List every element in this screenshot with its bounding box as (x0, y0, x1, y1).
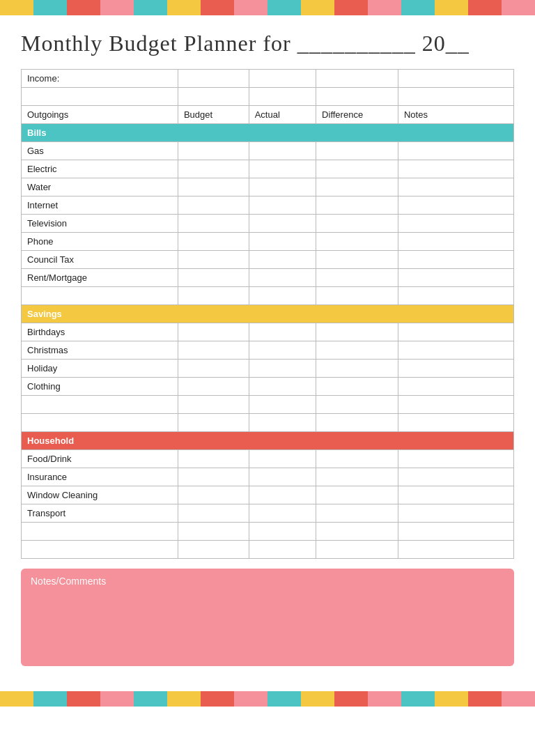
item-budget[interactable] (178, 486, 249, 504)
item-budget[interactable] (178, 323, 249, 341)
income-difference[interactable] (316, 70, 398, 88)
item-actual[interactable] (249, 468, 316, 486)
item-actual[interactable] (249, 341, 316, 360)
item-difference[interactable] (316, 233, 398, 251)
income-row: Income: (22, 70, 514, 88)
income-notes[interactable] (398, 70, 513, 88)
item-budget[interactable] (178, 468, 249, 486)
item-notes[interactable] (398, 160, 513, 178)
item-notes[interactable] (398, 233, 513, 251)
item-actual[interactable] (249, 504, 316, 523)
item-notes[interactable] (398, 178, 513, 196)
item-actual[interactable] (249, 360, 316, 378)
item-actual[interactable] (249, 142, 316, 160)
bottom-deco-bar (0, 691, 535, 707)
table-row: Clothing (22, 378, 514, 396)
deco-seg (201, 691, 234, 707)
item-label: Gas (22, 142, 178, 160)
deco-seg (301, 0, 334, 15)
item-actual[interactable] (249, 196, 316, 215)
item-difference[interactable] (316, 341, 398, 360)
deco-seg (234, 691, 268, 707)
item-notes[interactable] (398, 196, 513, 215)
income-budget[interactable] (178, 70, 249, 88)
item-actual[interactable] (249, 178, 316, 196)
household-label: Household (22, 432, 514, 450)
item-difference[interactable] (316, 450, 398, 468)
item-notes[interactable] (398, 142, 513, 160)
item-actual[interactable] (249, 251, 316, 269)
table-row: Window Cleaning (22, 486, 514, 504)
deco-seg (401, 0, 435, 15)
item-difference[interactable] (316, 178, 398, 196)
item-notes[interactable] (398, 215, 513, 233)
deco-seg (401, 691, 435, 707)
item-actual[interactable] (249, 269, 316, 287)
bills-label: Bills (22, 124, 514, 142)
item-budget[interactable] (178, 269, 249, 287)
page-title: Monthly Budget Planner for __________ 20… (21, 31, 514, 56)
item-notes[interactable] (398, 323, 513, 341)
deco-seg (268, 0, 301, 15)
item-difference[interactable] (316, 486, 398, 504)
item-budget[interactable] (178, 160, 249, 178)
item-difference[interactable] (316, 251, 398, 269)
item-budget[interactable] (178, 196, 249, 215)
item-difference[interactable] (316, 468, 398, 486)
item-budget[interactable] (178, 233, 249, 251)
table-row: Gas (22, 142, 514, 160)
item-notes[interactable] (398, 360, 513, 378)
top-deco-bar (0, 0, 535, 15)
notes-comments-box[interactable]: Notes/Comments (21, 569, 514, 666)
item-budget[interactable] (178, 378, 249, 396)
item-notes[interactable] (398, 269, 513, 287)
item-difference[interactable] (316, 196, 398, 215)
income-label: Income: (22, 70, 178, 88)
item-notes[interactable] (398, 468, 513, 486)
item-actual[interactable] (249, 323, 316, 341)
table-row: Electric (22, 160, 514, 178)
item-difference[interactable] (316, 504, 398, 523)
item-budget[interactable] (178, 215, 249, 233)
item-difference[interactable] (316, 269, 398, 287)
item-notes[interactable] (398, 251, 513, 269)
item-actual[interactable] (249, 233, 316, 251)
item-difference[interactable] (316, 215, 398, 233)
item-notes[interactable] (398, 504, 513, 523)
item-actual[interactable] (249, 215, 316, 233)
deco-seg (0, 691, 33, 707)
item-actual[interactable] (249, 486, 316, 504)
deco-seg (134, 691, 167, 707)
item-notes[interactable] (398, 450, 513, 468)
item-actual[interactable] (249, 378, 316, 396)
deco-seg (67, 691, 100, 707)
item-notes[interactable] (398, 341, 513, 360)
item-notes[interactable] (398, 378, 513, 396)
notes-comments-label: Notes/Comments (31, 576, 106, 587)
item-actual[interactable] (249, 450, 316, 468)
item-budget[interactable] (178, 360, 249, 378)
item-difference[interactable] (316, 360, 398, 378)
deco-seg (334, 691, 368, 707)
table-row: Transport (22, 504, 514, 523)
item-budget[interactable] (178, 504, 249, 523)
item-budget[interactable] (178, 450, 249, 468)
income-actual[interactable] (249, 70, 316, 88)
item-notes[interactable] (398, 486, 513, 504)
deco-seg (201, 0, 234, 15)
item-difference[interactable] (316, 378, 398, 396)
deco-seg (33, 0, 67, 15)
item-budget[interactable] (178, 142, 249, 160)
deco-seg (100, 0, 134, 15)
table-row: Council Tax (22, 251, 514, 269)
item-actual[interactable] (249, 160, 316, 178)
empty-row-2 (22, 287, 514, 305)
item-difference[interactable] (316, 323, 398, 341)
item-budget[interactable] (178, 341, 249, 360)
item-difference[interactable] (316, 160, 398, 178)
item-budget[interactable] (178, 178, 249, 196)
item-budget[interactable] (178, 251, 249, 269)
item-label: Food/Drink (22, 450, 178, 468)
item-difference[interactable] (316, 142, 398, 160)
household-section-header: Household (22, 432, 514, 450)
